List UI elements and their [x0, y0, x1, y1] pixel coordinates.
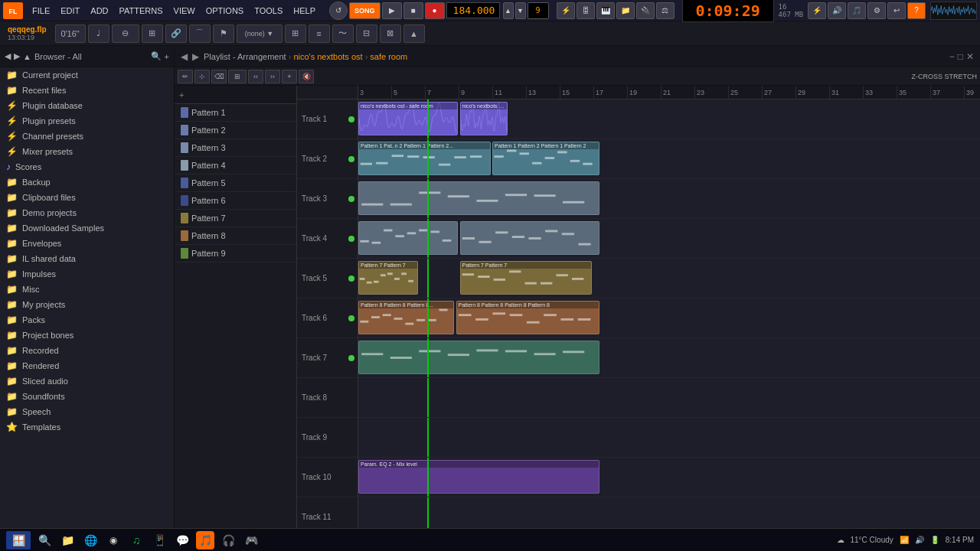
sidebar-item-templates[interactable]: ⭐ Templates [0, 419, 174, 435]
stop-button[interactable]: ■ [403, 2, 423, 19]
track-content-3[interactable] [358, 179, 980, 218]
block-2-1[interactable]: Pattern 1 Pattern 2 Pattern 1 Pattern 2 [492, 142, 599, 175]
block-4-0[interactable] [358, 221, 458, 255]
pattern-item-8[interactable]: Pattern 8 [175, 227, 296, 245]
pl-snap[interactable]: ⊞ [228, 70, 247, 83]
pl-select[interactable]: ⊹ [194, 70, 210, 83]
taskbar-fl-studio[interactable]: 🎵 [196, 531, 214, 549]
link-button[interactable]: 🔗 [165, 24, 187, 43]
filter-button[interactable]: ▲ [403, 24, 425, 43]
sidebar-item-misc[interactable]: 📁 Misc [0, 282, 174, 297]
sidebar-item-current-project[interactable]: 📁 Current project [0, 67, 174, 83]
taskbar-app-3[interactable]: 🎮 [242, 531, 260, 549]
bpm-down[interactable]: ▼ [515, 2, 526, 19]
pattern-item-9[interactable]: Pattern 9 [175, 245, 296, 262]
pl-add-track[interactable]: + [282, 70, 297, 83]
block-4-1[interactable] [460, 221, 600, 255]
taskbar-spotify[interactable]: ♫ [127, 531, 145, 549]
track-content-5[interactable]: Pattern 7 Pattern 7Pattern 7 Pattern 7 [358, 259, 980, 298]
block-6-0[interactable]: Pattern 8 Pattern 8 Pattern 8... [358, 301, 454, 334]
pattern-item-1[interactable]: Pattern 1 [175, 104, 296, 122]
track-content-1[interactable]: nico's nextbots ost - safe roomnico's ne… [358, 99, 980, 139]
block-7-0[interactable] [358, 341, 599, 374]
record-button[interactable]: ● [425, 2, 445, 19]
menu-view[interactable]: VIEW [169, 5, 200, 17]
pl-draw[interactable]: ✏ [178, 70, 193, 83]
start-button[interactable]: 🪟 [6, 531, 31, 549]
sidebar-item-demo-projects[interactable]: 📁 Demo projects [0, 205, 174, 220]
sidebar-item-il-shared-data[interactable]: 📁 IL shared data [0, 251, 174, 266]
mixer2-icon[interactable]: ⚖ [656, 2, 675, 19]
track-content-7[interactable] [358, 338, 980, 377]
playlist-minimize[interactable]: − [949, 51, 955, 62]
browser-nav-forward[interactable]: ▶ [14, 51, 20, 61]
sidebar-item-plugin-presets[interactable]: ⚡ Plugin presets [0, 113, 174, 129]
bpm-display[interactable]: 184.000 [446, 2, 500, 18]
sidebar-item-impulses[interactable]: 📁 Impulses [0, 266, 174, 282]
eq-button[interactable]: ⊟ [356, 24, 377, 43]
loop-button[interactable]: ↺ [329, 2, 348, 20]
sidebar-item-clipboard-files[interactable]: 📁 Clipboard files [0, 190, 174, 205]
pat-add[interactable]: + [179, 90, 184, 99]
sidebar-item-soundfonts[interactable]: 📁 Soundfonts [0, 389, 174, 404]
block-5-0[interactable]: Pattern 7 Pattern 7 [358, 261, 418, 295]
song-mode-button[interactable]: SONG [349, 2, 381, 19]
menu-help[interactable]: HELP [289, 5, 320, 17]
grid-button[interactable]: ⊞ [285, 24, 306, 43]
playlist-nav-forward[interactable]: ▶ [192, 51, 199, 62]
sidebar-item-scores[interactable]: ♪ Scores [0, 159, 174, 174]
taskbar-search[interactable]: 🔍 [35, 531, 54, 549]
play-button[interactable]: ▶ [382, 2, 402, 19]
block-2-0[interactable]: Pattern 1 Pat..n 2 Pattern 1 Pattern 2..… [358, 142, 491, 175]
audio-icon[interactable]: 🔊 [828, 2, 846, 19]
menu-edit[interactable]: EDIT [56, 5, 84, 17]
plugin-picker-icon[interactable]: 🔌 [636, 2, 655, 19]
block-10-0[interactable]: Param. EQ 2 - Mix level [358, 460, 599, 494]
block-5-1[interactable]: Pattern 7 Pattern 7 [460, 261, 593, 295]
metronome-button[interactable]: ♩ [88, 24, 109, 43]
block-audio-1-0[interactable]: nico's nextbots ost - safe room [358, 102, 458, 135]
hint-icon[interactable]: ? [907, 2, 926, 19]
wave-button[interactable]: 〜 [332, 24, 354, 43]
menu-file[interactable]: FILE [28, 5, 54, 17]
sidebar-item-downloaded-samples[interactable]: 📁 Downloaded Samples [0, 220, 174, 236]
curve-button[interactable]: ⌒ [189, 24, 211, 43]
pl-erase[interactable]: ⌫ [211, 70, 227, 83]
mixer-icon[interactable]: ⚡ [557, 2, 575, 19]
block-6-1[interactable]: Pattern 8 Pattern 8 Pattern 8 Pattern 8 [456, 301, 600, 334]
undo-icon[interactable]: ↩ [887, 2, 906, 19]
sidebar-item-mixer-presets[interactable]: ⚡ Mixer presets [0, 144, 174, 159]
playlist-maximize[interactable]: □ [958, 51, 963, 62]
pattern-item-6[interactable]: Pattern 6 [175, 192, 296, 210]
track-content-4[interactable] [358, 219, 980, 258]
taskbar-app-2[interactable]: 🎧 [219, 531, 237, 549]
menu-options[interactable]: OPTIONS [201, 5, 249, 17]
browser-icon[interactable]: 📁 [616, 2, 635, 19]
settings-icon[interactable]: ⚙ [867, 2, 886, 19]
channel-rack-icon[interactable]: 🎛 [577, 2, 595, 19]
taskbar-file-explorer[interactable]: 📁 [58, 531, 77, 549]
sidebar-item-my-projects[interactable]: 📁 My projects [0, 297, 174, 312]
taskbar-edge[interactable]: 🌐 [81, 531, 100, 549]
pl-zoom-in[interactable]: ‹‹ [248, 70, 263, 83]
pattern-item-4[interactable]: Pattern 4 [175, 157, 296, 174]
piano-roll-icon[interactable]: 🎹 [596, 2, 615, 19]
sidebar-item-packs[interactable]: 📁 Packs [0, 312, 174, 328]
track-content-8[interactable] [358, 378, 980, 417]
taskbar-whatsapp[interactable]: 📱 [150, 531, 168, 549]
stamp-button[interactable]: ⚑ [213, 24, 234, 43]
taskbar-chrome[interactable]: ◉ [104, 531, 122, 549]
pattern-item-3[interactable]: Pattern 3 [175, 139, 296, 157]
sidebar-item-speech[interactable]: 📁 Speech [0, 404, 174, 419]
detach-button[interactable]: ⊠ [380, 24, 401, 43]
sidebar-item-rendered[interactable]: 📁 Rendered [0, 358, 174, 373]
browser-add[interactable]: + [165, 52, 169, 61]
track-content-10[interactable]: Param. EQ 2 - Mix level [358, 458, 980, 497]
menu-tools[interactable]: TOOLS [250, 5, 287, 17]
menu-add[interactable]: ADD [86, 5, 113, 17]
block-audio-1-1[interactable]: nico's nextbots ost - safe room [460, 102, 508, 135]
pl-mute[interactable]: 🔇 [299, 70, 314, 83]
sidebar-item-sliced-audio[interactable]: 📁 Sliced audio [0, 373, 174, 389]
none-dropdown[interactable]: (none) ▼ [237, 24, 283, 43]
cpu-icon[interactable]: ⚡ [808, 2, 826, 19]
